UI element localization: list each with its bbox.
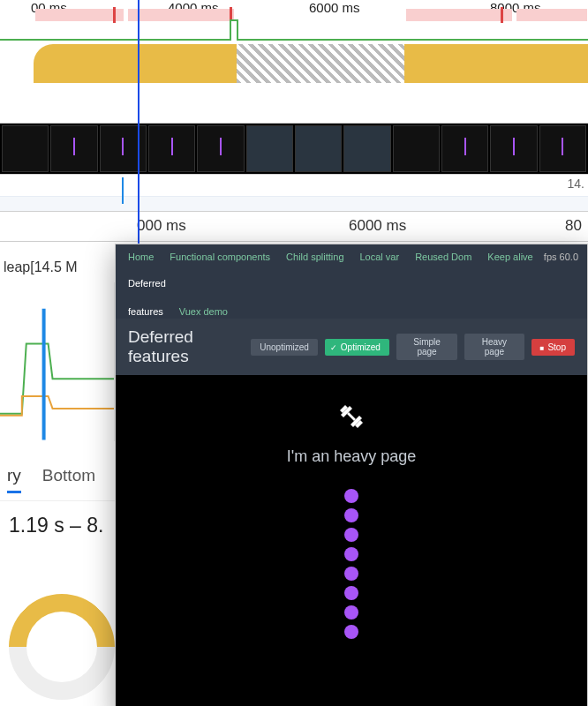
dot (344, 625, 358, 639)
summary-donut (0, 594, 115, 665)
filmstrip-frame[interactable] (2, 125, 49, 172)
filmstrip-frame[interactable] (100, 125, 147, 172)
dot (344, 586, 358, 600)
dumbbell-icon (330, 395, 373, 438)
filmstrip-frame[interactable] (148, 125, 195, 172)
filmstrip-frame[interactable] (539, 125, 586, 172)
page-header: Deferred features Unoptimized Optimized … (116, 319, 587, 375)
range-text: 1.19 s – 8. (0, 501, 115, 550)
nav-functional-components[interactable]: Functional components (170, 252, 270, 262)
content-heading: I'm an heavy page (287, 447, 417, 466)
fps-spike (230, 19, 238, 41)
dot-list (344, 489, 358, 639)
fps-counter: fps 60.0 (544, 252, 578, 262)
simple-page-button[interactable]: Simple page (396, 334, 457, 360)
heavy-page-button[interactable]: Heavy page (464, 334, 524, 360)
secondary-ruler: 000 ms 6000 ms 80 (0, 212, 588, 242)
filmstrip-frame[interactable] (343, 125, 390, 172)
dot (344, 528, 358, 542)
svg-rect-2 (347, 412, 356, 421)
memory-spike (122, 177, 124, 204)
heap-label: leap[14.5 M (0, 252, 115, 282)
stop-button[interactable]: Stop (531, 339, 575, 356)
time-label-partial: 000 ms (137, 217, 186, 235)
filmstrip-frame[interactable] (490, 125, 537, 172)
long-task-bar (406, 9, 512, 21)
app-nav: Home Functional components Child splitti… (116, 244, 587, 319)
long-task-marker (113, 7, 116, 23)
filmstrip[interactable] (0, 124, 588, 175)
memory-overview[interactable]: 14. (0, 175, 588, 212)
memory-value: 14. (568, 176, 584, 191)
time-label-partial: 6000 ms (349, 217, 406, 235)
nav-deferred[interactable]: Deferred (128, 278, 166, 289)
filmstrip-frame[interactable] (50, 125, 97, 172)
details-tabs[interactable]: ry Bottom (0, 459, 115, 501)
cpu-track (34, 44, 237, 83)
dot (344, 567, 358, 581)
page-title: Deferred features (128, 327, 244, 366)
long-task-marker (501, 7, 503, 23)
filmstrip-frame[interactable] (246, 125, 293, 172)
screenshot-popup: Home Functional components Child splitti… (115, 244, 588, 706)
dot (344, 547, 358, 561)
nav-keep-alive[interactable]: Keep alive (487, 252, 532, 262)
tab-bottom-up[interactable]: Bottom (42, 466, 95, 493)
nav-child-splitting[interactable]: Child splitting (286, 252, 343, 262)
cpu-track (404, 44, 588, 83)
fps-line (0, 39, 588, 41)
memory-chart[interactable] (0, 282, 115, 441)
cpu-idle-hatched (237, 44, 404, 83)
nav-home[interactable]: Home (128, 252, 154, 262)
nav-features[interactable]: features (128, 306, 163, 317)
filmstrip-frame[interactable] (197, 125, 244, 172)
optimized-button[interactable]: Optimized (325, 339, 389, 356)
long-task-bar (35, 9, 124, 21)
filmstrip-frame[interactable] (441, 125, 488, 172)
time-label: 6000 ms (309, 0, 360, 15)
nav-local-var[interactable]: Local var (360, 252, 400, 262)
time-label-partial: 80 (565, 217, 582, 235)
tab-summary[interactable]: ry (7, 466, 21, 493)
long-task-bar (128, 9, 234, 21)
long-task-bar (516, 9, 587, 21)
dot (344, 508, 358, 522)
performance-timeline[interactable]: 00 ms 4000 ms 6000 ms 8000 ms (0, 0, 588, 124)
unoptimized-button[interactable]: Unoptimized (251, 339, 318, 356)
dot (344, 489, 358, 503)
details-panel: leap[14.5 M ry Bottom 1.19 s – 8. (0, 252, 115, 665)
dot (344, 605, 358, 620)
nav-vuex-demo[interactable]: Vuex demo (179, 306, 228, 317)
filmstrip-frame[interactable] (295, 125, 342, 172)
filmstrip-frame[interactable] (393, 125, 440, 172)
nav-reused-dom[interactable]: Reused Dom (415, 252, 471, 262)
app-content: I'm an heavy page (116, 375, 587, 706)
